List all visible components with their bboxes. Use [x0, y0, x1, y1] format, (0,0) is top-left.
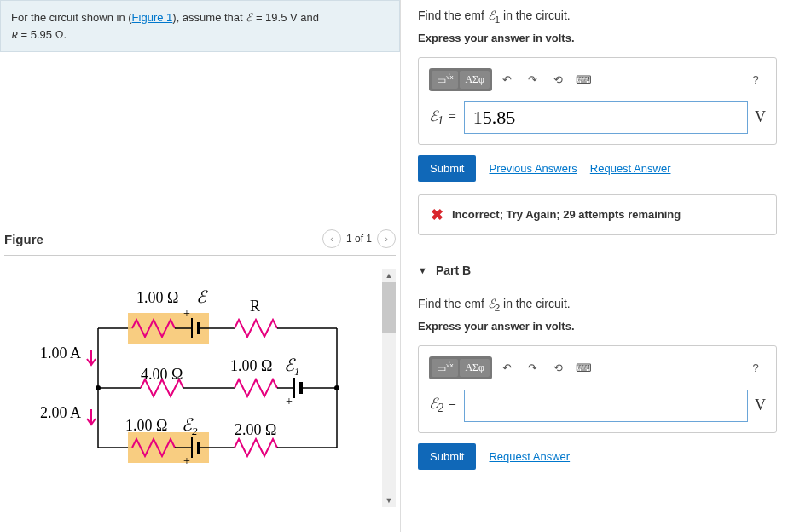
- figure-link[interactable]: Figure 1: [132, 11, 173, 24]
- incorrect-x-icon: ✖: [431, 205, 443, 224]
- symbols-tool-button[interactable]: ΑΣφ: [460, 71, 490, 89]
- svg-text:+: +: [183, 307, 190, 320]
- partB-input[interactable]: [464, 390, 748, 422]
- redo-icon[interactable]: ↷: [523, 358, 543, 377]
- partB-label: ℰ2 =: [429, 395, 457, 415]
- partA-request-answer-link[interactable]: Request Answer: [590, 162, 671, 175]
- partA-unit: V: [755, 108, 766, 126]
- svg-point-22: [96, 385, 101, 390]
- partA-instruction: Express your answer in volts.: [418, 32, 777, 44]
- reset-icon[interactable]: ⟲: [548, 358, 569, 377]
- figure-scrollbar[interactable]: ▲ ▼: [382, 269, 396, 507]
- partB-submit-button[interactable]: Submit: [418, 443, 476, 470]
- svg-text:+: +: [286, 395, 293, 408]
- template-tool-button[interactable]: ▭√x: [432, 71, 458, 89]
- help-icon[interactable]: ?: [745, 70, 766, 89]
- partA-input[interactable]: [464, 101, 748, 134]
- partA-prompt: Find the emf ℰ1 in the circuit.: [418, 9, 777, 25]
- reset-icon[interactable]: ⟲: [548, 70, 569, 89]
- svg-text:ℰ1: ℰ1: [284, 356, 300, 378]
- partA-feedback: ✖ Incorrect; Try Again; 29 attempts rema…: [418, 194, 777, 235]
- svg-text:1.00 Ω: 1.00 Ω: [125, 417, 167, 434]
- partB-instruction: Express your answer in volts.: [418, 320, 777, 332]
- svg-text:1.00 Ω: 1.00 Ω: [230, 357, 272, 374]
- svg-text:1.00 Ω: 1.00 Ω: [136, 289, 178, 306]
- scroll-up-arrow[interactable]: ▲: [382, 269, 396, 282]
- svg-text:2.00 A: 2.00 A: [40, 404, 81, 421]
- keyboard-icon[interactable]: ⌨: [574, 70, 594, 89]
- prev-figure-button[interactable]: ‹: [322, 229, 341, 248]
- caret-down-icon: ▼: [418, 265, 427, 275]
- symbols-tool-button[interactable]: ΑΣφ: [460, 359, 490, 377]
- keyboard-icon[interactable]: ⌨: [574, 358, 594, 377]
- partA-submit-button[interactable]: Submit: [418, 155, 476, 182]
- partB-request-answer-link[interactable]: Request Answer: [489, 450, 570, 463]
- svg-text:2.00 Ω: 2.00 Ω: [235, 421, 276, 438]
- next-figure-button[interactable]: ›: [377, 229, 396, 248]
- undo-icon[interactable]: ↶: [497, 358, 518, 377]
- partA-previous-answers-link[interactable]: Previous Answers: [489, 162, 577, 175]
- circuit-figure: 1.00 Ω ℰ R + 1.00 A 4.00 Ω 1.00 Ω ℰ1 + 2…: [4, 269, 396, 507]
- problem-statement: For the circuit shown in (Figure 1), ass…: [0, 0, 400, 52]
- svg-text:1.00 A: 1.00 A: [40, 344, 81, 361]
- template-tool-button[interactable]: ▭√x: [432, 359, 458, 377]
- figure-pager: 1 of 1: [346, 233, 372, 245]
- scroll-down-arrow[interactable]: ▼: [382, 494, 396, 507]
- partB-unit: V: [755, 396, 766, 414]
- svg-text:4.00 Ω: 4.00 Ω: [141, 366, 183, 383]
- svg-text:ℰ: ℰ: [196, 287, 208, 306]
- svg-point-23: [334, 385, 339, 390]
- scroll-thumb[interactable]: [382, 282, 396, 333]
- help-icon[interactable]: ?: [745, 358, 766, 377]
- undo-icon[interactable]: ↶: [497, 70, 518, 89]
- partB-prompt: Find the emf ℰ2 in the circuit.: [418, 297, 777, 313]
- redo-icon[interactable]: ↷: [523, 70, 543, 89]
- partB-header[interactable]: ▼ Part B: [418, 257, 777, 284]
- svg-text:R: R: [250, 298, 260, 315]
- figure-title: Figure: [4, 232, 43, 246]
- svg-text:+: +: [183, 454, 190, 467]
- partA-label: ℰ1 =: [429, 107, 457, 128]
